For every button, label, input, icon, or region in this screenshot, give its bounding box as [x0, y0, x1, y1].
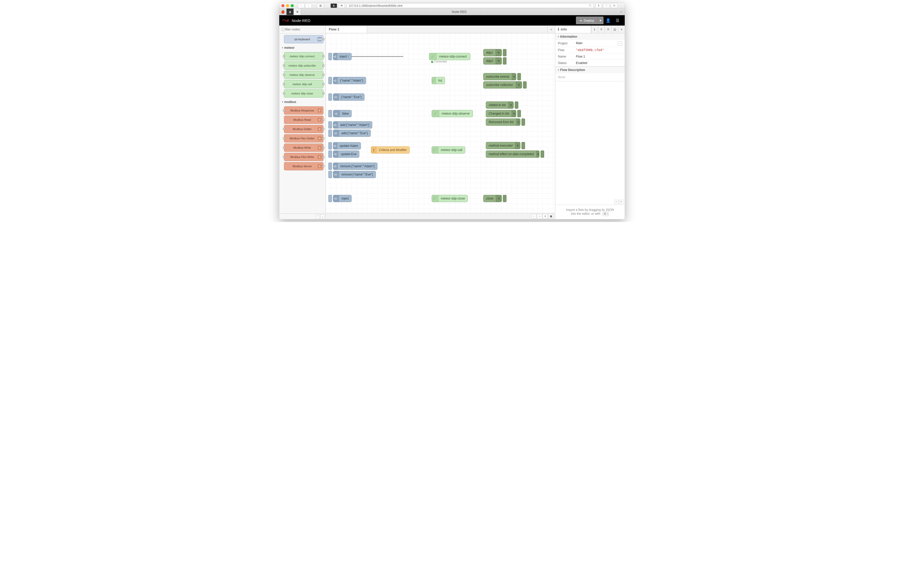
node-inject-rem-adam[interactable]: ➪remove:{"name":"Adam"}: [333, 163, 378, 170]
node-ddp-connect[interactable]: ☄meteor-ddp-connect: [429, 53, 470, 60]
palette-node-meteor-close[interactable]: meteor ddp close: [284, 89, 324, 98]
node-debug-ddp1[interactable]: ddp1≡: [483, 49, 502, 56]
sidebar-toggle-button[interactable]: ▦: [317, 3, 324, 8]
debug-toggle-button[interactable]: [503, 195, 506, 202]
node-inject-rem-eve[interactable]: ➪remove:{"name":"Eve"}: [333, 171, 376, 178]
project-menu-button[interactable]: ⋯: [618, 41, 622, 46]
debug-toggle-button[interactable]: [517, 73, 521, 80]
node-ddp-call[interactable]: ☄meteor-ddp-call: [431, 146, 465, 153]
node-debug-method-exec[interactable]: method executed≡: [486, 142, 520, 149]
debug-toggle-button[interactable]: [522, 142, 525, 149]
maximize-window-icon[interactable]: [291, 4, 294, 7]
node-inject-upd-adam[interactable]: ➪update:Adam: [333, 142, 361, 149]
inject-trigger-button[interactable]: [328, 163, 332, 170]
debug-toggle-button[interactable]: [517, 110, 521, 117]
node-debug-changed[interactable]: Changed in list≡: [486, 110, 516, 117]
sidebar-tab-config[interactable]: ✲: [605, 25, 611, 33]
flow-tab[interactable]: Flow 1: [326, 25, 367, 33]
sidebar-tab-help[interactable]: ℹ: [591, 25, 598, 33]
deploy-menu-button[interactable]: ▾: [597, 16, 604, 24]
tabs-button[interactable]: ⧉: [611, 3, 618, 8]
inject-trigger-button[interactable]: [328, 93, 332, 101]
fav-apple-icon[interactable]: 🍎: [279, 8, 286, 15]
palette-node-modbus-server[interactable]: Modbus Server✳: [284, 162, 324, 170]
share-button[interactable]: ⤴: [603, 3, 610, 8]
minimize-window-icon[interactable]: [286, 4, 289, 7]
node-debug-method-effect[interactable]: method effect on data completed≡: [486, 150, 539, 158]
node-inject-eve[interactable]: ➪{"name":"Eve"}: [333, 93, 365, 101]
zoom-out-button[interactable]: −: [531, 214, 536, 219]
section-information[interactable]: Information: [555, 33, 625, 40]
node-debug-close[interactable]: close≡: [483, 195, 502, 202]
active-tab[interactable]: ✕: [294, 8, 301, 15]
debug-toggle-button[interactable]: [503, 49, 506, 56]
debug-toggle-button[interactable]: [523, 81, 526, 89]
palette-node-meteor-subscribe[interactable]: meteor ddp subscribe: [284, 62, 324, 70]
node-inject-false[interactable]: ➪false: [333, 110, 352, 117]
new-tab-button[interactable]: +: [618, 10, 625, 14]
inject-trigger-button[interactable]: [328, 195, 332, 202]
deploy-button[interactable]: ⇥ Deploy: [576, 16, 597, 24]
sidebar-tab-debug[interactable]: ¥: [598, 25, 605, 33]
download-button[interactable]: ⬇: [595, 3, 602, 8]
node-debug-removed[interactable]: Removed from list≡: [486, 119, 520, 126]
inject-trigger-button[interactable]: [328, 110, 332, 117]
node-inject-adam[interactable]: ➪{"name":"Adam"}: [333, 77, 366, 84]
ext-icon-2[interactable]: ◓: [338, 3, 345, 8]
node-list[interactable]: ☄list: [431, 77, 445, 84]
debug-toggle-button[interactable]: [503, 57, 506, 65]
menu-icon[interactable]: ☰: [613, 16, 622, 24]
zoom-reset-button[interactable]: ○: [537, 214, 542, 219]
palette-collapse-button[interactable]: ⌃: [316, 215, 320, 219]
navigator-button[interactable]: ▦: [548, 214, 553, 219]
palette-node-modbus-response[interactable]: Modbus Response✳: [284, 106, 324, 115]
palette-node-modbus-read[interactable]: Modbus Read✳: [284, 115, 324, 124]
sidebar-tab-dashboard[interactable]: ▥: [611, 25, 618, 33]
close-window-icon[interactable]: [281, 4, 284, 7]
sidebar-tab-menu[interactable]: ▾: [618, 25, 625, 33]
inject-trigger-button[interactable]: [328, 53, 332, 60]
palette-node-modbus-flex-getter[interactable]: Modbus Flex Getter✳: [284, 134, 324, 142]
node-ddp-observe[interactable]: ☄meteor-ddp-observe: [431, 110, 473, 117]
debug-toggle-button[interactable]: [522, 119, 525, 126]
url-field[interactable]: 127.0.0.1:1880/admin/#flow/ebdf300b.cfe4…: [346, 3, 594, 8]
add-flow-button[interactable]: +: [547, 25, 555, 33]
node-ddp-close[interactable]: ☄meteor-ddp-close: [431, 195, 468, 202]
palette-node-modbus-write[interactable]: Modbus Write✳: [284, 144, 324, 152]
inject-trigger-button[interactable]: [328, 142, 332, 149]
palette-category-modbus[interactable]: modbus: [279, 99, 326, 105]
user-icon[interactable]: 👤: [604, 16, 613, 24]
palette-node-rpi-keyboard[interactable]: rpi keyboard ⌨: [284, 35, 324, 43]
fav-amazon-icon[interactable]: a: [286, 8, 294, 15]
debug-toggle-button[interactable]: [515, 101, 518, 109]
inject-trigger-button[interactable]: [328, 130, 332, 137]
ext-icon-1[interactable]: a: [330, 3, 337, 8]
nav-back-button[interactable]: ‹: [298, 3, 305, 8]
tips-expand-button[interactable]: ⤢: [614, 200, 618, 204]
inject-trigger-button[interactable]: [328, 77, 332, 84]
node-inject-upd-eve[interactable]: ➪update:Eve: [333, 150, 359, 158]
node-debug-sub-coll[interactable]: subscribe collection≡: [483, 81, 522, 89]
palette-node-modbus-getter[interactable]: Modbus Getter✳: [284, 125, 324, 133]
section-flow-description[interactable]: Flow Description: [555, 66, 625, 73]
palette-node-meteor-connect[interactable]: meteor ddp connect: [284, 52, 324, 60]
palette-category-meteor[interactable]: meteor: [279, 44, 326, 51]
node-inject[interactable]: ➪inject ¹: [333, 53, 352, 60]
palette-expand-button[interactable]: ⌄: [320, 215, 324, 219]
nav-forward-button[interactable]: ›: [305, 3, 312, 8]
node-debug-sub-events[interactable]: subscribe events≡: [483, 73, 516, 80]
node-function-criteria[interactable]: ƒCriteria and Modifier: [371, 146, 410, 153]
palette-node-modbus-flex-write[interactable]: Modbus Flex Write✳: [284, 153, 324, 161]
palette-node-meteor-observe[interactable]: meteor ddp observe: [284, 71, 324, 79]
sidebar-tab-info[interactable]: ℹ info: [555, 25, 591, 33]
zoom-in-button[interactable]: +: [543, 214, 548, 219]
node-inject-add-eve[interactable]: ➪add:{"name":"Eve"}: [333, 130, 371, 137]
inject-trigger-button[interactable]: [328, 171, 332, 178]
node-debug-ddp2[interactable]: ddp2≡: [483, 57, 502, 65]
tips-close-button[interactable]: ✕: [619, 200, 623, 204]
palette-node-meteor-call[interactable]: meteor ddp call: [284, 80, 324, 88]
node-inject-close[interactable]: ➪inject: [333, 195, 352, 202]
inject-trigger-button[interactable]: [328, 121, 332, 128]
node-debug-added[interactable]: Added to list≡: [486, 101, 514, 109]
inject-trigger-button[interactable]: [328, 150, 332, 158]
